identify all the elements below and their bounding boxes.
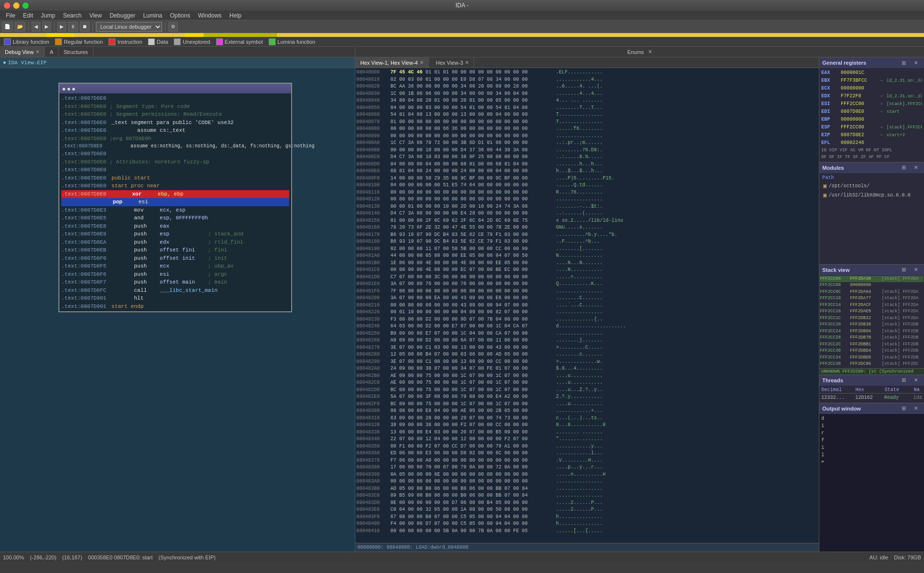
minimize-button[interactable] <box>13 2 19 9</box>
hex-addr: 08048220 <box>356 309 390 316</box>
stack-close[interactable]: ✕ <box>911 266 921 274</box>
toolbar-run[interactable]: ▶ <box>57 22 66 32</box>
tab-hex-close[interactable]: ✕ <box>420 60 424 65</box>
modules-undock[interactable]: ⊞ <box>899 163 909 172</box>
hex-ascii: T............... <box>556 119 619 126</box>
threads-undock[interactable]: ⊞ <box>899 376 909 384</box>
reg-undock[interactable]: ⊞ <box>899 59 909 67</box>
hex-bytes: 00 F1 00 00 F2 07 00 CC D7 06 00 00 79 A… <box>390 443 556 450</box>
stack-panel: Stack view ⊞ ✕ FFF2CC04FFF2DA38[stack] F… <box>819 264 924 375</box>
hex-bytes: 04 00 00 00 00 00 51 E5 74 64 00 00 00 0… <box>390 182 556 189</box>
menu-options[interactable]: Options <box>166 12 194 19</box>
hex-addr: 08048210 <box>356 302 390 309</box>
threads-close[interactable]: ✕ <box>911 376 921 384</box>
reg-value: FFF2CC00 <box>841 100 880 108</box>
menu-edit[interactable]: Edit <box>19 12 37 19</box>
hex-content[interactable]: 080480007F 45 4C 46 01 01 01 00 00 00 00… <box>355 68 819 543</box>
menu-windows[interactable]: Windows <box>194 12 226 19</box>
hex-bytes: 00 00 00 00 4E 08 00 00 EC 07 00 00 BE E… <box>390 267 556 274</box>
output-close[interactable]: ✕ <box>911 404 921 412</box>
hex-addr: 08048140 <box>356 210 390 217</box>
toolbar-forward[interactable]: ▶ <box>42 22 51 32</box>
reg-close[interactable]: ✕ <box>911 59 921 67</box>
modules-close[interactable]: ✕ <box>911 163 921 172</box>
hex-bytes: 44 00 00 00 05 08 00 00 EE 05 00 00 94 0… <box>390 252 556 260</box>
hex-row: 080480007F 45 4C 46 01 01 01 00 00 00 00… <box>356 69 818 76</box>
reg-value: 0807D8E0 <box>841 108 880 116</box>
menu-view[interactable]: View <box>85 12 106 19</box>
menu-debugger[interactable]: Debugger <box>106 12 139 19</box>
hex-row: 080483A0 00 00 00 00 00 00 00 00 00 00 0… <box>356 478 818 485</box>
toolbar-sep1 <box>28 22 29 31</box>
stack-controls: ⊞ ✕ <box>899 266 921 274</box>
hex-addr: 08048130 <box>356 203 390 211</box>
hex-row: 08048340 22 07 00 00 12 04 00 00 12 00 0… <box>356 436 818 443</box>
tab-hex-3-close[interactable]: ✕ <box>465 60 469 65</box>
stack-row: FFF2CC0CFFF2DA64[stack] FFF2DA <box>820 289 924 296</box>
right-side-panels: General registers ⊞ ✕ EAX0000001CEBXFF7F… <box>819 57 924 552</box>
toolbar-back[interactable]: ◀ <box>32 22 40 32</box>
reg-arrow: → <box>880 100 887 108</box>
toolbar-open[interactable]: 📂 <box>15 22 25 32</box>
hex-addr: 08048170 <box>356 232 390 239</box>
hex-bytes: 04 00 00 00 03 00 00 00 54 01 00 00 54 8… <box>390 105 556 112</box>
tab-a[interactable]: A <box>45 47 58 57</box>
hex-bytes: 08 08 00 00 E8 04 00 00 AE 05 00 00 2B 0… <box>390 408 556 415</box>
threads-col-header: Decimal Hex State Na <box>820 387 923 394</box>
tab-debug-view-close[interactable]: ✕ <box>36 49 39 54</box>
hex-bytes: 0E 00 00 00 00 00 08 D7 06 00 00 B4 05 0… <box>390 500 556 507</box>
hex-bytes: D4 C7 3A 08 00 00 00 00 E4 28 00 00 00 0… <box>390 210 556 217</box>
reg-row: EBXFF7F3BFCC→ld_2.31.so:_GI <box>821 77 922 85</box>
hex-bytes: B6 93 19 07 90 DC B4 83 5E 62 CE 79 F1 0… <box>390 232 556 239</box>
enums-close[interactable]: ✕ <box>648 49 652 55</box>
hex-addr: 08048080 <box>356 125 390 133</box>
menu-search[interactable]: Search <box>59 12 85 19</box>
reg-value: 00000000 <box>841 116 880 124</box>
disasm-content[interactable]: .text:0807D8E0 .text:0807D8E0 ; Segment … <box>59 93 291 311</box>
tab-hex-view-1-4[interactable]: Hex View-1, Hex View-4 ✕ <box>355 57 429 68</box>
hex-ascii: ................ <box>556 330 619 338</box>
hex-ascii: ................ <box>556 309 619 316</box>
maximize-button[interactable] <box>22 2 29 9</box>
stack-row: FFF2CC14FFF2DACF[stack] FFF2DA <box>820 302 924 309</box>
stack-ref: [stack] FFF2DB <box>882 322 924 328</box>
toolbar-new[interactable]: 📄 <box>2 22 13 32</box>
toolbar-settings[interactable]: ⚙ <box>168 22 178 32</box>
hex-addr: 080481D0 <box>356 274 390 281</box>
menu-lumina[interactable]: Lumina <box>139 12 166 19</box>
hex-addr: 080483B0 <box>356 485 390 493</box>
reg-header: General registers ⊞ ✕ <box>819 57 924 68</box>
output-undock[interactable]: ⊞ <box>899 404 909 412</box>
hex-row: 08048320 38 09 00 00 38 00 00 00 F2 07 0… <box>356 422 818 429</box>
reg-row: ESIFFF2CC00→[stack].FFF2CCC <box>821 100 922 108</box>
tab-debug-view[interactable]: Debug View ✕ <box>0 47 45 57</box>
hex-addr: 080483F0 <box>356 514 390 521</box>
tab-hex-view-3[interactable]: Hex View-3 ✕ <box>431 57 474 68</box>
hex-row: 08048260 A8 09 00 00 D2 00 00 00 6A 07 0… <box>356 337 818 344</box>
toolbar-pause[interactable]: ⏸ <box>68 22 78 32</box>
ida-view-content[interactable]: ■ ■ ■ .text:0807D8E0 .text:0807D8E0 ; Se… <box>0 68 355 552</box>
status-coords: (-286,-220) <box>30 555 56 560</box>
reg-name: EIP <box>821 131 841 139</box>
hex-bytes: 3E 07 00 00 C1 03 00 00 13 00 00 00 43 0… <box>390 344 556 352</box>
hex-row: 08048380 17 06 00 00 70 00 07 00 79 0A 0… <box>356 464 818 471</box>
debugger-select[interactable]: Local Linux debugger <box>96 22 162 32</box>
hex-ascii: ........[....... <box>556 246 619 253</box>
hex-row: 080482A0 24 09 00 00 38 07 00 00 34 07 0… <box>356 365 818 373</box>
window-buttons[interactable] <box>4 2 29 9</box>
modules-header: Modules ⊞ ✕ <box>819 162 924 173</box>
menu-help[interactable]: Help <box>225 12 245 19</box>
menu-jump[interactable]: Jump <box>37 12 59 19</box>
toolbar-stop[interactable]: ⏹ <box>80 22 90 32</box>
hex-bytes: 3A 07 00 00 76 00 00 00 76 00 00 00 00 0… <box>390 281 556 288</box>
tab-structures[interactable]: Structures <box>58 47 93 57</box>
hex-bytes: ED 06 00 00 E3 06 00 00 D8 02 00 00 6C 0… <box>390 450 556 457</box>
legend-data-color <box>148 38 155 45</box>
close-button[interactable] <box>4 2 10 9</box>
stack-undock[interactable]: ⊞ <box>899 266 909 274</box>
asm-line: .text:0807D8E8 push eax <box>61 222 289 231</box>
stack-addr: FFF2CC1C <box>820 315 850 322</box>
hex-ascii: Q...........K... <box>556 281 619 288</box>
menu-file[interactable]: File <box>2 12 19 19</box>
hex-ascii: ........h...h... <box>556 161 619 168</box>
